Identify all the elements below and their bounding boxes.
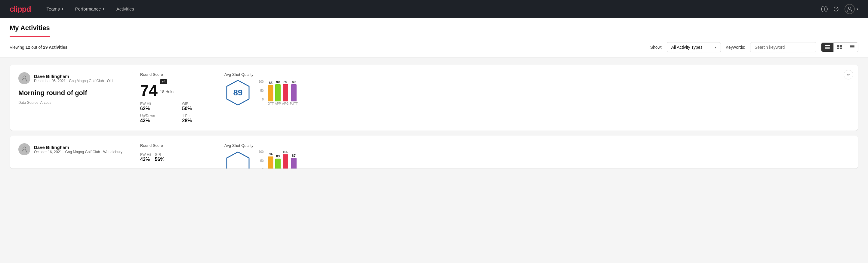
nav-performance[interactable]: Performance ▾: [74, 0, 105, 18]
hexagon-svg-2: [224, 151, 251, 169]
round-score-label-2: Round Score: [140, 143, 217, 148]
add-button[interactable]: [821, 6, 828, 12]
quality-label-2: Avg Shot Quality: [224, 143, 319, 148]
card-quality-2: Avg Shot Quality 100500 94 OTT 83 APP 1: [217, 143, 319, 169]
nav-performance-chevron: ▾: [103, 7, 104, 10]
bar: [275, 84, 281, 101]
svg-rect-9: [837, 48, 839, 49]
quality-label-1: Avg Shot Quality: [224, 72, 319, 77]
nav-activities[interactable]: Activities: [115, 0, 135, 18]
one-putt-label-1: 1 Putt: [182, 114, 217, 118]
svg-rect-13: [850, 48, 855, 48]
gir-1: GIR 50%: [182, 102, 217, 111]
bar-xlabel: APP: [275, 102, 281, 105]
gir-label-1: GIR: [182, 102, 217, 106]
updown-val-1: 43%: [140, 118, 175, 123]
filter-bar: Viewing 12 out of 29 Activities Show: Al…: [0, 37, 868, 57]
page-header: My Activities: [0, 18, 868, 37]
view-grid-button[interactable]: [834, 43, 846, 52]
navbar: clippd Teams ▾ Performance ▾ Activities: [0, 0, 868, 18]
y-label: 0: [262, 98, 264, 101]
viewing-mid: out of: [30, 45, 43, 50]
quality-inner-2: 100500 94 OTT 83 APP 106 ARG 87 PUTT: [224, 150, 319, 169]
svg-rect-7: [837, 45, 839, 47]
viewing-suffix: Activities: [48, 45, 68, 50]
bar-xlabel: OTT: [268, 102, 274, 105]
view-compact-button[interactable]: [846, 43, 858, 52]
activity-card-1: ✏ Dave Billingham December 05, 2021 - Go…: [10, 65, 858, 131]
user-name-2: Dave Billingham: [34, 145, 122, 150]
activity-card-2: Dave Billingham October 16, 2021 - Gog M…: [10, 136, 858, 169]
activity-type-select[interactable]: All Activity Types ▾: [667, 42, 721, 52]
user-avatar-button[interactable]: ▾: [844, 4, 858, 14]
hexagon-1: 89: [224, 79, 251, 106]
bar-value: 85: [269, 81, 273, 85]
user-row-1: Dave Billingham December 05, 2021 - Gog …: [18, 72, 133, 84]
avatar-icon-2: [21, 146, 28, 152]
viewing-total: 29: [43, 45, 48, 50]
view-toggles: [821, 42, 858, 52]
svg-marker-18: [227, 152, 249, 169]
bar-chart-1: 100500 85 OTT 90 APP 89 ARG 89 PUTT: [259, 80, 319, 105]
fw-hit-2: FW Hit 43%: [140, 152, 151, 162]
logo[interactable]: clippd: [10, 4, 31, 14]
fw-hit-val-1: 62%: [140, 106, 175, 111]
svg-rect-11: [850, 45, 855, 46]
fw-hit-val-2: 43%: [140, 157, 151, 162]
search-input[interactable]: [750, 42, 816, 52]
nav-teams[interactable]: Teams ▾: [45, 0, 64, 18]
list-icon: [825, 45, 830, 49]
navbar-actions: ▾: [821, 4, 858, 14]
bar-group: 85 OTT: [268, 81, 274, 105]
bar-xlabel: ARG: [282, 102, 289, 105]
quality-inner-1: 89 100500 85 OTT 90 APP 89 ARG 89: [224, 79, 319, 106]
user-name-1: Dave Billingham: [34, 74, 113, 79]
round-score-label-1: Round Score: [140, 72, 217, 77]
bar-value: 94: [269, 152, 273, 156]
one-putt-val-1: 28%: [182, 118, 217, 123]
user-avatar-2: [18, 143, 30, 155]
bar: [291, 158, 297, 169]
bar-xlabel: PUTT: [290, 102, 298, 105]
refresh-icon: [833, 6, 839, 12]
grid-icon: [837, 45, 842, 49]
bar-group: 89 ARG: [282, 80, 289, 105]
y-label: 100: [259, 80, 264, 83]
avatar-circle: [844, 4, 855, 14]
bar-value: 89: [292, 80, 296, 84]
svg-rect-14: [850, 49, 855, 49]
viewing-text: Viewing 12 out of 29 Activities: [10, 45, 645, 50]
edit-button-1[interactable]: ✏: [844, 70, 853, 80]
fw-hit-1: FW Hit 62%: [140, 102, 175, 111]
refresh-button[interactable]: [833, 6, 839, 12]
user-date-2: October 16, 2021 - Gog Magog Golf Club -…: [34, 150, 122, 154]
viewing-count: 12: [26, 45, 30, 50]
user-info-1: Dave Billingham December 05, 2021 - Gog …: [34, 74, 113, 83]
user-date-1: December 05, 2021 - Gog Magog Golf Club …: [34, 79, 113, 83]
holes-1: 18 Holes: [160, 89, 175, 94]
fw-hit-label-2: FW Hit: [140, 152, 151, 157]
svg-point-15: [23, 76, 26, 79]
gir-2: GIR 56%: [155, 152, 164, 162]
y-label: 100: [259, 150, 264, 153]
user-chevron: ▾: [857, 7, 858, 11]
bar: [268, 85, 273, 101]
bar-value: 106: [283, 150, 288, 154]
user-row-2: Dave Billingham October 16, 2021 - Gog M…: [18, 143, 133, 155]
card-left-2: Dave Billingham October 16, 2021 - Gog M…: [18, 143, 133, 155]
activity-title-1[interactable]: Morning round of golf: [18, 89, 133, 97]
bar-group: 106 ARG: [282, 150, 289, 169]
bar-group: 94 OTT: [268, 152, 274, 169]
score-row-1: 74 +4 18 Holes: [140, 79, 217, 98]
view-list-button[interactable]: [822, 43, 834, 52]
card-quality-1: Avg Shot Quality 89 100500 85 OTT 90: [217, 72, 319, 106]
add-icon: [821, 6, 828, 12]
bar-chart-2: 100500 94 OTT 83 APP 106 ARG 87 PUTT: [259, 150, 319, 169]
bar-value: 87: [292, 154, 296, 157]
user-avatar-1: [18, 72, 30, 84]
bar-value: 89: [284, 80, 287, 84]
updown-1: Up/Down 43%: [140, 114, 175, 123]
search-input-wrap: [750, 42, 816, 52]
one-putt-1: 1 Putt 28%: [182, 114, 217, 123]
nav-teams-chevron: ▾: [62, 7, 63, 10]
